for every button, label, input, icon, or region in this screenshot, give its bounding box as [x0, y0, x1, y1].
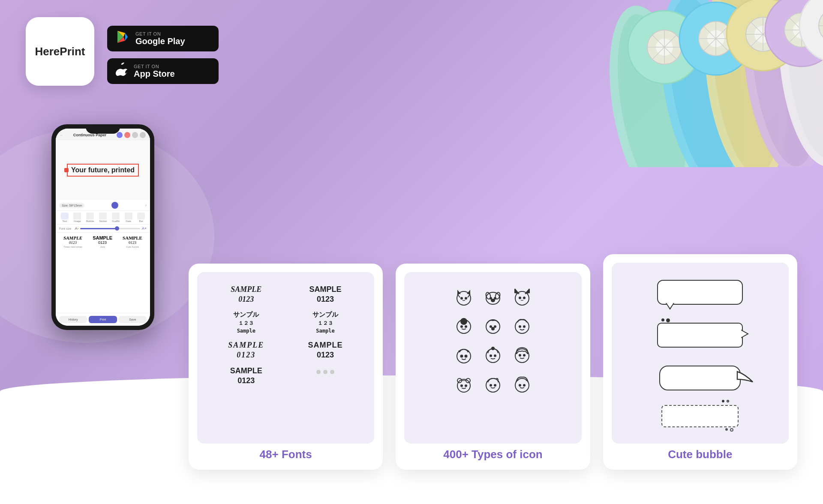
- google-play-icon: [116, 30, 129, 47]
- google-play-label-small: GET IT ON: [135, 31, 185, 36]
- bubbles-card-title: Cute bubble: [668, 448, 732, 461]
- svg-point-54: [491, 299, 495, 302]
- phone-print-button[interactable]: Print: [89, 316, 117, 323]
- icon-person-4: [452, 343, 476, 367]
- dot-1: [661, 318, 664, 321]
- phone-icon-4: [140, 132, 146, 138]
- font-plus[interactable]: A+: [142, 226, 147, 231]
- font-display-3: サンプル: [233, 311, 259, 319]
- bubble4-dot-1: [722, 400, 724, 402]
- font-sample-jura: SAMPLE 0123 Jura: [93, 235, 112, 248]
- icon-person-7: [452, 372, 476, 396]
- svg-point-93: [523, 384, 525, 386]
- icon-person-3: [510, 314, 534, 338]
- font-slider-thumb: [115, 226, 119, 231]
- tool-sticker[interactable]: Sticker: [99, 213, 107, 222]
- svg-point-53: [494, 297, 496, 299]
- svg-point-69: [492, 327, 494, 330]
- phone-bottom-bar: History Print Save: [56, 313, 150, 326]
- phone-icon-2: [124, 132, 130, 138]
- font-label-jura: Jura: [100, 246, 105, 248]
- phone-size-label: Size: 58*15mm: [59, 203, 84, 208]
- phone-tools-row: Text Image Bubble Sticker: [56, 211, 150, 225]
- app-store-button[interactable]: GET IT ON App Store: [107, 58, 219, 84]
- phone-canvas: Your future, printed: [56, 140, 150, 200]
- icons-card: 400+ Types of icon: [396, 264, 590, 470]
- bubbles-card-inner: [612, 263, 789, 444]
- svg-point-61: [523, 297, 525, 299]
- font-display-6: SAMPLE: [308, 341, 342, 350]
- font-size-slider[interactable]: [80, 228, 140, 229]
- svg-point-82: [523, 354, 525, 356]
- font-display-7: SAMPLE: [230, 366, 262, 375]
- tool-date-label: Date: [126, 220, 131, 222]
- bubble-2-tail-inner: [741, 330, 747, 337]
- icon-cat-2: [510, 285, 534, 309]
- font-item-2: SAMPLE 0123: [289, 285, 362, 304]
- tool-text[interactable]: Text: [61, 213, 69, 222]
- phone-mockup: ← Continuous Paper Your future, printed: [51, 124, 154, 330]
- font-item-3: サンプル １２３ Sample: [210, 311, 282, 334]
- bubble-4-bottom-dots: [725, 428, 733, 432]
- svg-point-74: [460, 355, 463, 357]
- font-minus[interactable]: A-: [75, 226, 78, 231]
- svg-point-72: [523, 326, 525, 327]
- bubble-4: [661, 405, 739, 427]
- svg-point-47: [461, 297, 463, 299]
- fonts-card: SAMPLE 0123 SAMPLE 0123 サンプル １２３ Sample …: [189, 264, 383, 470]
- tool-image[interactable]: Image: [73, 213, 81, 222]
- dots-icon-2: [323, 370, 327, 374]
- bubble-2-dots: [661, 318, 670, 322]
- bubble4-bdot-2: [730, 428, 733, 432]
- svg-point-89: [490, 384, 492, 386]
- bubble-1-tail-inner: [667, 303, 673, 308]
- svg-point-48: [465, 297, 467, 299]
- svg-point-67: [490, 326, 492, 327]
- tool-sticker-label: Sticker: [99, 220, 107, 222]
- app-logo-text: HerePrint: [35, 45, 85, 58]
- font-label-aurora: Cute Aurora: [126, 246, 138, 248]
- svg-point-52: [490, 297, 492, 299]
- font-item-8: [289, 366, 362, 385]
- bubble-3-container: [659, 366, 741, 390]
- feature-cards-section: SAMPLE 0123 SAMPLE 0123 サンプル １２３ Sample …: [189, 254, 797, 470]
- font-display-5: SAMPLE: [228, 341, 264, 350]
- font-sample-jura-text: SAMPLE: [93, 235, 112, 240]
- font-display-3-sample: Sample: [237, 328, 255, 334]
- tool-graffiti[interactable]: Graffiti: [112, 213, 120, 222]
- phone-history-button[interactable]: History: [59, 316, 87, 323]
- font-display-3-num: １２３: [238, 320, 254, 327]
- tool-bubble[interactable]: Bubble: [86, 213, 94, 222]
- phone-save-button[interactable]: Save: [119, 316, 147, 323]
- bubble-2: [657, 323, 743, 348]
- tool-bubble-label: Bubble: [86, 220, 94, 222]
- font-item-7: SAMPLE 0123: [210, 366, 282, 385]
- tool-date[interactable]: Date: [125, 213, 132, 222]
- font-display-5-num: 0123: [237, 351, 255, 360]
- app-logo: HerePrint: [26, 17, 94, 86]
- tool-graffiti-label: Graffiti: [112, 220, 120, 222]
- tool-sticker-icon: [99, 213, 107, 219]
- icon-person-8: [481, 372, 505, 396]
- bubble-4-dots: [722, 400, 729, 402]
- tool-bar[interactable]: Bar: [137, 213, 145, 222]
- svg-point-84: [461, 385, 463, 387]
- tool-text-label: Text: [62, 220, 67, 222]
- svg-point-85: [465, 385, 467, 387]
- icon-cat-1: [452, 285, 476, 309]
- font-sample-aurora: SAMPLE 0123 Cute Aurora: [123, 235, 142, 248]
- bubble-1: [657, 280, 743, 305]
- svg-point-71: [519, 326, 521, 327]
- fonts-card-inner: SAMPLE 0123 SAMPLE 0123 サンプル １２３ Sample …: [197, 272, 374, 444]
- store-buttons: GET IT ON Google Play GET IT ON App Stor…: [107, 26, 219, 84]
- svg-point-77: [490, 355, 492, 357]
- svg-point-64: [461, 326, 463, 327]
- main-content: HerePrint GET IT ON Google Play: [0, 0, 823, 504]
- phone-action-circle[interactable]: [111, 202, 118, 209]
- google-play-button[interactable]: GET IT ON Google Play: [107, 26, 219, 51]
- app-store-label-small: GET IT ON: [134, 64, 175, 69]
- phone-icon-1: [117, 132, 123, 138]
- svg-point-90: [494, 384, 496, 386]
- tool-bubble-icon: [86, 213, 94, 219]
- bubble-3-tail-svg: [736, 370, 754, 385]
